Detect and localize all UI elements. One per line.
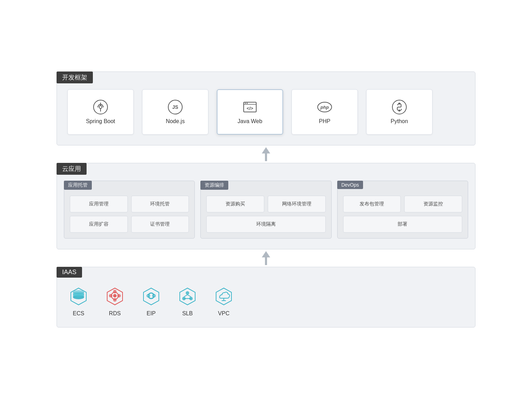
python-label: Python <box>391 118 408 125</box>
arrow-head-up-1 <box>262 147 270 153</box>
resource-arrange-grid: 资源购买 网络环境管理 环境隔离 <box>206 196 325 233</box>
iaas-section: IAAS ECS <box>57 267 475 328</box>
iaas-section-label: IAAS <box>57 267 82 278</box>
app-hosting-label: 应用托管 <box>64 181 92 190</box>
nodejs-icon: JS <box>168 99 183 115</box>
svg-point-21 <box>113 290 117 293</box>
svg-line-33 <box>184 295 187 297</box>
framework-nodejs[interactable]: JS Node.js <box>142 89 208 135</box>
svg-line-34 <box>187 295 191 297</box>
svg-point-1 <box>99 106 102 108</box>
slb-icon <box>176 285 199 307</box>
python-icon <box>392 99 407 115</box>
iaas-eip: EIP <box>140 285 162 317</box>
svg-point-30 <box>186 291 189 295</box>
app-hosting-subsection: 应用托管 应用管理 环境托管 应用扩容 证书管理 <box>64 181 195 239</box>
svg-point-18 <box>73 293 84 297</box>
ecs-icon <box>67 285 90 307</box>
eip-icon <box>140 285 162 307</box>
rds-label: RDS <box>109 310 121 317</box>
iaas-slb: SLB <box>176 285 199 317</box>
cell-app-manage: 应用管理 <box>70 196 128 212</box>
devops-label: DevOps <box>337 181 363 189</box>
cell-env-isolate: 环境隔离 <box>206 216 325 233</box>
svg-point-23 <box>109 294 112 298</box>
php-label: PHP <box>319 118 331 125</box>
svg-point-22 <box>113 298 117 302</box>
spring-icon <box>93 99 108 115</box>
app-hosting-grid: 应用管理 环境托管 应用扩容 证书管理 <box>70 196 189 233</box>
dev-section: 开发框架 Spring Boot <box>57 71 475 145</box>
javaweb-label: Java Web <box>238 118 263 125</box>
svg-text:</>: </> <box>247 106 253 111</box>
svg-point-6 <box>245 103 246 104</box>
nodejs-label: Node.js <box>166 118 185 125</box>
svg-text:php: php <box>320 105 329 110</box>
diagram-container: 开发框架 Spring Boot <box>57 58 475 341</box>
svg-text:JS: JS <box>172 104 178 110</box>
rds-icon <box>104 285 126 307</box>
devops-subsection: DevOps 发布包管理 资源监控 部署 <box>337 181 468 239</box>
svg-marker-29 <box>180 288 195 305</box>
framework-php[interactable]: php PHP <box>291 89 358 135</box>
slb-label: SLB <box>182 310 193 317</box>
cell-net-manage: 网络环境管理 <box>268 196 326 212</box>
arrow-head-up-2 <box>262 251 270 257</box>
cell-release-manage: 发布包管理 <box>343 196 401 212</box>
iaas-items: ECS RDS <box>67 285 465 317</box>
dev-frameworks: Spring Boot JS Node.js <box>67 89 465 135</box>
cloud-inner: 应用托管 应用管理 环境托管 应用扩容 证书管理 资源编排 资源购买 网络环境管… <box>64 181 468 239</box>
eip-label: EIP <box>147 310 156 317</box>
cell-app-expand: 应用扩容 <box>70 216 128 233</box>
iaas-rds: RDS <box>104 285 126 317</box>
ecs-label: ECS <box>73 310 84 317</box>
arrow-shaft-2 <box>265 257 267 265</box>
iaas-ecs: ECS <box>67 285 90 317</box>
cell-env-hosting: 环境托管 <box>131 196 189 212</box>
iaas-vpc: VPC <box>213 285 235 317</box>
cloud-section-label: 云应用 <box>57 163 87 175</box>
svg-point-0 <box>94 100 108 114</box>
svg-point-24 <box>117 294 121 298</box>
framework-java-web[interactable]: </> Java Web <box>217 89 283 135</box>
arrow-iaas-to-cloud <box>57 249 475 267</box>
cell-resource-monitor: 资源监控 <box>404 196 462 212</box>
arrow-dev-to-cloud <box>57 145 475 163</box>
framework-spring-boot[interactable]: Spring Boot <box>67 89 134 135</box>
framework-python[interactable]: Python <box>366 89 433 135</box>
vpc-label: VPC <box>218 310 230 317</box>
cell-deploy: 部署 <box>343 216 462 233</box>
spring-boot-label: Spring Boot <box>86 118 115 125</box>
arrow-shaft-1 <box>265 153 267 161</box>
javaweb-icon: </> <box>242 99 258 115</box>
php-icon: php <box>317 99 332 115</box>
cell-resource-buy: 资源购买 <box>206 196 264 212</box>
svg-point-25 <box>113 294 117 298</box>
svg-point-7 <box>247 103 248 104</box>
resource-arrange-label: 资源编排 <box>200 181 228 190</box>
cloud-section: 云应用 应用托管 应用管理 环境托管 应用扩容 证书管理 资源编排 资源购买 网… <box>57 163 475 249</box>
svg-marker-26 <box>143 288 159 305</box>
vpc-icon <box>213 285 235 307</box>
devops-grid: 发布包管理 资源监控 部署 <box>343 196 462 233</box>
cell-cert-manage: 证书管理 <box>131 216 189 233</box>
dev-section-label: 开发框架 <box>57 71 93 83</box>
resource-arrange-subsection: 资源编排 资源购买 网络环境管理 环境隔离 <box>200 181 331 239</box>
